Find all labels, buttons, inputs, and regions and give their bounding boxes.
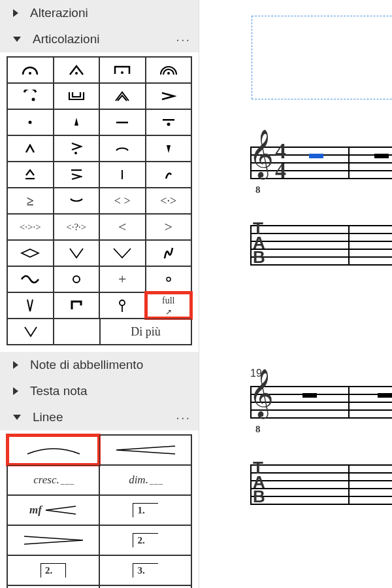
- section-linee[interactable]: Linee ···: [0, 404, 199, 430]
- section-title: Linee: [33, 410, 176, 424]
- circle-small-icon[interactable]: [146, 266, 192, 292]
- volta-2-icon[interactable]: 2.: [99, 525, 191, 555]
- svg-point-0: [29, 72, 31, 75]
- svg-point-13: [73, 276, 80, 283]
- treble-staff[interactable]: 𝄞 8 44: [250, 147, 392, 178]
- empty-cell: [54, 319, 100, 345]
- svg-point-14: [167, 277, 171, 281]
- more-menu-icon[interactable]: ···: [176, 410, 193, 425]
- svg-point-15: [120, 300, 125, 305]
- circle-stem-icon[interactable]: [99, 292, 146, 319]
- whole-rest[interactable]: [302, 393, 317, 398]
- section-articolazioni[interactable]: Articolazioni ···: [0, 26, 199, 52]
- dim-text-icon[interactable]: dim.: [99, 465, 191, 495]
- bracket-shape-icon[interactable]: [54, 292, 100, 319]
- section-testa-nota[interactable]: Testa nota: [0, 378, 199, 404]
- fermata-icon[interactable]: [7, 57, 54, 83]
- clef-octave-8: 8: [255, 184, 261, 196]
- whole-rest[interactable]: [378, 393, 392, 398]
- tab-staff[interactable]: TAB: [250, 464, 392, 504]
- staccato-icon[interactable]: [7, 109, 54, 135]
- tab-clef: TAB: [253, 460, 265, 504]
- treble-staff[interactable]: 𝄞 8: [250, 386, 392, 417]
- smile-icon[interactable]: [54, 188, 100, 214]
- articulations-palette: ≥ < > <·> <·>·> <·?·> < > +: [7, 56, 192, 345]
- ottava-8-icon[interactable]: 8: [7, 585, 99, 588]
- tenuto-accent-icon[interactable]: [54, 162, 100, 188]
- treble-clef-icon: 𝄞: [249, 130, 274, 178]
- marcato-staccato-icon[interactable]: [54, 135, 100, 162]
- svg-point-4: [32, 98, 35, 101]
- down-v-wide-icon[interactable]: [99, 240, 146, 266]
- circle-open-icon[interactable]: [54, 266, 100, 292]
- long-fermata-icon[interactable]: [99, 57, 146, 83]
- slur-icon[interactable]: [7, 435, 99, 465]
- soft-accent-icon[interactable]: [99, 135, 146, 162]
- section-title: Articolazioni: [33, 32, 176, 46]
- svg-point-5: [29, 121, 32, 124]
- staccatissimo-stroke-icon[interactable]: [99, 162, 146, 188]
- diamond-angle-icon[interactable]: <·?·>: [54, 214, 100, 240]
- whole-rest-selected[interactable]: [309, 154, 323, 158]
- down-v-icon[interactable]: [54, 240, 100, 266]
- svg-point-9: [74, 152, 77, 154]
- sine-small-icon[interactable]: [146, 240, 192, 266]
- volta-3-icon[interactable]: 3.: [99, 555, 191, 585]
- score-canvas[interactable]: 𝄞 8 44 TAB 19 𝄞 8: [199, 0, 392, 588]
- more-button[interactable]: Di più: [100, 319, 191, 345]
- chevron-right-icon: [13, 9, 18, 17]
- bend-full-icon[interactable]: full ↗: [146, 292, 192, 319]
- treble-clef-icon: 𝄞: [249, 369, 274, 417]
- selection-box: [252, 16, 392, 99]
- section-alterazioni[interactable]: Alterazioni: [0, 0, 199, 26]
- whole-rest[interactable]: [374, 154, 389, 158]
- double-chevron-icon[interactable]: [99, 83, 146, 109]
- very-long-fermata-icon[interactable]: [146, 57, 192, 83]
- less-than-icon[interactable]: <: [99, 214, 146, 240]
- svg-rect-12: [122, 170, 123, 179]
- chevron-right-icon: [13, 387, 18, 395]
- greater-than-icon[interactable]: >: [146, 214, 192, 240]
- down-stroke-icon[interactable]: [7, 292, 54, 319]
- staccatissimo-icon[interactable]: [146, 135, 192, 162]
- marcato-tenuto-icon[interactable]: [7, 162, 54, 188]
- tab-staff[interactable]: TAB: [250, 225, 392, 264]
- long-fermata-below-icon[interactable]: [54, 83, 100, 109]
- svg-point-1: [75, 72, 78, 75]
- section-title: Testa nota: [30, 384, 193, 398]
- clef-octave-8: 8: [255, 424, 261, 435]
- staccatissimo-wedge-icon[interactable]: [54, 109, 100, 135]
- svg-point-2: [121, 71, 123, 74]
- tenuto-icon[interactable]: [99, 109, 146, 135]
- ottava-8-down-icon[interactable]: 8: [99, 585, 191, 588]
- greater-equal-icon[interactable]: ≥: [7, 188, 54, 214]
- down-v-plain-icon[interactable]: [7, 319, 54, 345]
- cresc-text-icon[interactable]: cresc.: [7, 465, 99, 495]
- section-note-abbellimento[interactable]: Note di abbellimento: [0, 352, 199, 378]
- marcato-icon[interactable]: [7, 135, 54, 162]
- fermata-below-icon[interactable]: [7, 83, 54, 109]
- diamond-open-icon[interactable]: < >: [99, 188, 146, 214]
- decrescendo-hairpin-icon[interactable]: [7, 525, 99, 555]
- volta-2-closed-icon[interactable]: 2.: [7, 555, 99, 585]
- chevron-right-icon: [13, 361, 18, 369]
- portato-icon[interactable]: [146, 109, 192, 135]
- more-menu-icon[interactable]: ···: [176, 32, 193, 47]
- diamond-large-icon[interactable]: [7, 240, 54, 266]
- stress-icon[interactable]: [146, 162, 192, 188]
- plus-icon[interactable]: +: [99, 266, 146, 292]
- svg-rect-6: [116, 122, 128, 124]
- diamond-dot-icon[interactable]: <·>: [146, 188, 192, 214]
- accent-icon[interactable]: [146, 83, 192, 109]
- crescendo-hairpin-icon[interactable]: [99, 435, 191, 465]
- staff-system-2: 19 𝄞 8 TAB: [250, 386, 392, 504]
- double-diamond-icon[interactable]: <·>·>: [7, 214, 54, 240]
- sine-icon[interactable]: [7, 266, 54, 292]
- mf-cresc-icon[interactable]: mf: [7, 495, 99, 525]
- time-signature[interactable]: 44: [275, 141, 286, 181]
- volta-1-icon[interactable]: 1.: [99, 495, 191, 525]
- staff-system-1: 𝄞 8 44 TAB: [250, 147, 392, 264]
- svg-point-3: [167, 72, 170, 75]
- palette-sidebar: Alterazioni Articolazioni ···: [0, 0, 199, 588]
- short-fermata-icon[interactable]: [54, 57, 100, 83]
